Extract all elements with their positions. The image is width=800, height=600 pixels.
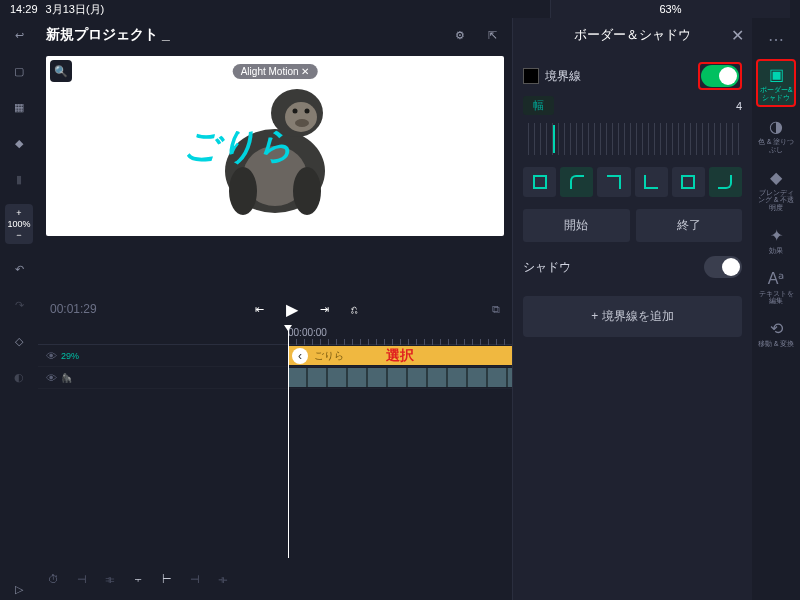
chevron-left-icon[interactable]: ‹: [292, 348, 308, 364]
more-icon[interactable]: ⋯: [756, 26, 796, 53]
start-button[interactable]: 開始: [523, 209, 630, 242]
effects-tab[interactable]: ✦ 効果: [756, 222, 796, 259]
text-clip[interactable]: ‹ ごりら 選択: [288, 346, 512, 365]
split-right-icon[interactable]: ⟛: [218, 573, 228, 586]
svg-point-2: [229, 167, 257, 215]
corner-square[interactable]: [523, 167, 556, 197]
current-time: 00:01:29: [50, 302, 120, 316]
svg-point-3: [293, 167, 321, 215]
undo-icon[interactable]: ↶: [8, 258, 30, 280]
zoom-control[interactable]: + 100% −: [5, 204, 32, 244]
corner-round-br[interactable]: [709, 167, 742, 197]
left-toolbar: ↩ ▢ ▦ ◆ ▮ + 100% − ↶ ↷ ◇ ◐ ▷: [0, 18, 38, 600]
copy-icon[interactable]: ⧉: [492, 303, 500, 316]
width-label[interactable]: 幅: [523, 96, 554, 115]
transform-tab[interactable]: ⟲ 移動 & 変換: [756, 315, 796, 352]
image-clip[interactable]: [288, 368, 512, 387]
skip-end-icon[interactable]: ⇥: [320, 303, 329, 316]
text-edit-tab[interactable]: Aᵃ テキストを編集: [756, 265, 796, 309]
split-both-icon[interactable]: ⟚: [105, 573, 115, 586]
eye-icon[interactable]: 👁: [46, 372, 57, 384]
border-color-swatch[interactable]: [523, 68, 539, 84]
highlight-border-toggle: [698, 62, 742, 90]
camera-icon[interactable]: ▮: [8, 168, 30, 190]
border-toggle[interactable]: [701, 65, 739, 87]
svg-point-8: [295, 119, 309, 127]
playhead[interactable]: [288, 325, 289, 558]
split-left-icon[interactable]: ⊣: [77, 573, 87, 586]
end-button[interactable]: 終了: [636, 209, 743, 242]
bottom-toolbar: ⏱ ⊣ ⟚ ⫟ ⊢ ⊣ ⟛: [38, 558, 512, 600]
trim-right-icon[interactable]: ⊣: [190, 573, 200, 586]
export-icon[interactable]: ⇱: [480, 23, 504, 47]
properties-panel: ボーダー＆シャドウ ✕ 境界線 幅 4: [512, 18, 752, 600]
status-time: 14:29: [10, 3, 38, 15]
time-ruler[interactable]: 00:00:00: [38, 325, 512, 345]
status-bar: 14:29 3月13日(月) ◉ 63% ▮: [0, 0, 800, 18]
shape-tool-icon[interactable]: ▢: [8, 60, 30, 82]
mask-icon[interactable]: ◐: [8, 366, 30, 388]
battery-percent: 63%: [659, 3, 681, 15]
corner-style-grid: [523, 163, 742, 205]
svg-point-6: [293, 109, 298, 114]
corner-bl[interactable]: [635, 167, 668, 197]
blending-tab[interactable]: ◆ ブレンディング & 不透明度: [756, 164, 796, 216]
effect-category-rail: ⋯ ▣ ボーダー& シャドウ ◑ 色 & 塗りつぶし ◆ ブレンディング & 不…: [752, 18, 800, 600]
track-fps-label: 29%: [61, 351, 79, 361]
border-shadow-tab[interactable]: ▣ ボーダー& シャドウ: [756, 59, 796, 107]
keyframe-icon[interactable]: ◇: [8, 330, 30, 352]
bookmark-icon[interactable]: ⎌: [351, 303, 358, 315]
eye-icon[interactable]: 👁: [46, 350, 57, 362]
shadow-label: シャドウ: [523, 259, 571, 276]
panel-header: ボーダー＆シャドウ ✕: [513, 18, 752, 52]
zoom-value: 100%: [7, 219, 30, 230]
close-icon[interactable]: ✕: [731, 26, 744, 45]
panel-title: ボーダー＆シャドウ: [574, 26, 691, 44]
width-slider[interactable]: [523, 123, 742, 155]
play-outline-icon[interactable]: ▷: [8, 578, 30, 600]
corner-tr[interactable]: [597, 167, 630, 197]
shadow-toggle[interactable]: [704, 256, 742, 278]
layers-icon[interactable]: ◆: [8, 132, 30, 154]
status-date: 3月13日(月): [46, 2, 105, 17]
play-icon[interactable]: ▶: [286, 300, 298, 319]
project-title: 新規プロジェクト _: [46, 26, 440, 44]
svg-point-7: [305, 109, 310, 114]
ruler-zero-label: 00:00:00: [288, 327, 327, 338]
text-track[interactable]: 👁 29% ‹ ごりら 選択: [38, 345, 512, 367]
corner-cut[interactable]: [672, 167, 705, 197]
width-value: 4: [736, 100, 742, 112]
zoom-plus[interactable]: +: [7, 208, 30, 219]
settings-icon[interactable]: ⚙: [448, 23, 472, 47]
magnify-icon[interactable]: 🔍: [50, 60, 72, 82]
preview-canvas[interactable]: 🔍 Alight Motion ✕ ごりら: [46, 56, 504, 236]
color-fill-tab[interactable]: ◑ 色 & 塗りつぶし: [756, 113, 796, 157]
grid-tool-icon[interactable]: ▦: [8, 96, 30, 118]
preview-area: 🔍 Alight Motion ✕ ごりら: [38, 52, 512, 293]
timeline[interactable]: 00:00:00 👁 29% ‹ ごりら 選択: [38, 325, 512, 558]
preview-text-overlay[interactable]: ごりら: [183, 122, 294, 171]
app-header: 新規プロジェクト _ ⚙ ⇱: [38, 18, 512, 52]
zoom-minus[interactable]: −: [7, 230, 30, 241]
trim-left-icon[interactable]: ⊢: [162, 573, 172, 586]
split-icon[interactable]: ⫟: [133, 573, 144, 585]
skip-start-icon[interactable]: ⇤: [255, 303, 264, 316]
slider-marker: [553, 125, 555, 153]
image-track[interactable]: 👁 🦍: [38, 367, 512, 389]
redo-icon[interactable]: ↷: [8, 294, 30, 316]
clip-label: ごりら: [314, 349, 344, 363]
speed-icon[interactable]: ⏱: [48, 573, 59, 585]
corner-round-tl[interactable]: [560, 167, 593, 197]
transport-bar: 00:01:29 ⇤ ▶ ⇥ ⎌ ⧉: [38, 293, 512, 325]
border-label: 境界線: [545, 68, 581, 85]
selection-label: 選択: [386, 347, 414, 365]
image-thumb-icon: 🦍: [61, 373, 72, 383]
back-icon[interactable]: ↩: [8, 24, 30, 46]
add-border-button[interactable]: + 境界線を追加: [523, 296, 742, 337]
